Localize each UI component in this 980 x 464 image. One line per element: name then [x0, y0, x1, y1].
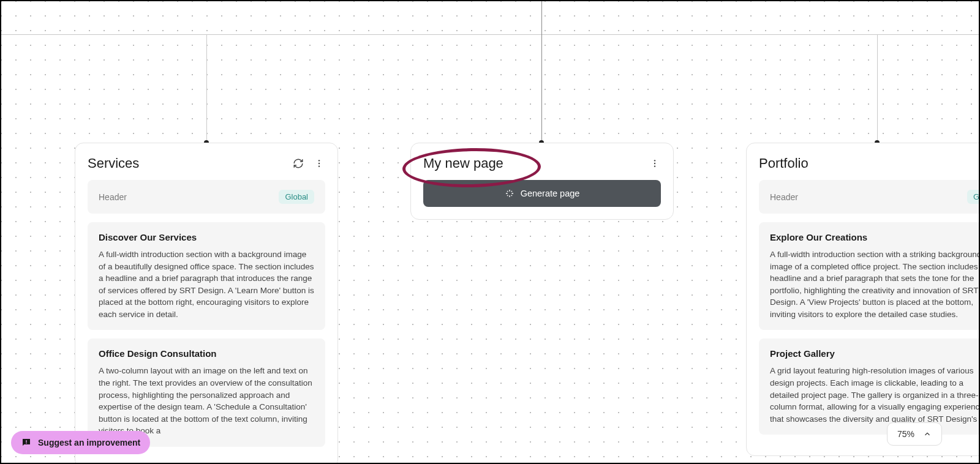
section-body: A two-column layout with an image on the…: [99, 365, 314, 436]
svg-point-5: [654, 165, 655, 167]
connector-line-left: [206, 34, 207, 142]
more-vertical-icon[interactable]: [313, 157, 325, 170]
section-title: Explore Our Creations: [770, 232, 980, 242]
connector-line-right: [877, 34, 878, 142]
connector-line-center: [541, 1, 542, 142]
section-block[interactable]: Discover Our Services A full-width intro…: [88, 222, 325, 330]
card-newpage[interactable]: My new page Generate page: [410, 143, 674, 220]
suggest-improvement-label: Suggest an improvement: [38, 438, 140, 447]
generate-page-label: Generate page: [521, 189, 580, 198]
zoom-label: 75%: [897, 429, 914, 439]
section-header-label: Header: [99, 192, 127, 202]
section-header[interactable]: Header Global: [88, 180, 325, 214]
svg-point-4: [654, 163, 655, 164]
section-block[interactable]: Project Gallery A grid layout featuring …: [759, 339, 980, 435]
section-body: A grid layout featuring high-resolution …: [770, 365, 980, 425]
top-divider: [1, 34, 979, 35]
sparkle-icon: [505, 189, 514, 198]
card-title-portfolio: Portfolio: [759, 155, 809, 171]
section-body: A full-width introduction section with a…: [770, 249, 980, 320]
more-vertical-icon[interactable]: [649, 157, 661, 170]
global-tag: Global: [279, 190, 314, 204]
svg-rect-6: [26, 440, 27, 442]
section-title: Project Gallery: [770, 348, 980, 359]
card-title-services: Services: [88, 155, 139, 171]
generate-page-button[interactable]: Generate page: [423, 180, 661, 207]
svg-point-2: [318, 165, 320, 167]
refresh-icon[interactable]: [292, 157, 304, 170]
feedback-icon: [21, 437, 32, 448]
zoom-control[interactable]: 75%: [887, 422, 942, 446]
card-title-newpage: My new page: [423, 155, 503, 171]
chevron-up-icon: [923, 430, 932, 438]
suggest-improvement-button[interactable]: Suggest an improvement: [11, 431, 150, 454]
section-header-label: Header: [770, 192, 798, 202]
svg-point-1: [318, 163, 320, 164]
svg-rect-7: [26, 443, 27, 444]
section-title: Discover Our Services: [99, 232, 314, 242]
section-body: A full-width introduction section with a…: [99, 249, 314, 320]
section-title: Office Design Consultation: [99, 348, 314, 359]
svg-point-3: [654, 160, 655, 161]
section-block[interactable]: Explore Our Creations A full-width intro…: [759, 222, 980, 330]
section-header[interactable]: Header G: [759, 180, 980, 214]
global-tag: G: [967, 190, 980, 204]
card-portfolio[interactable]: Portfolio Header G Explore Our Creations…: [746, 143, 980, 456]
card-services[interactable]: Services Header Global Discover Our Serv…: [75, 143, 338, 464]
svg-point-0: [318, 160, 320, 161]
